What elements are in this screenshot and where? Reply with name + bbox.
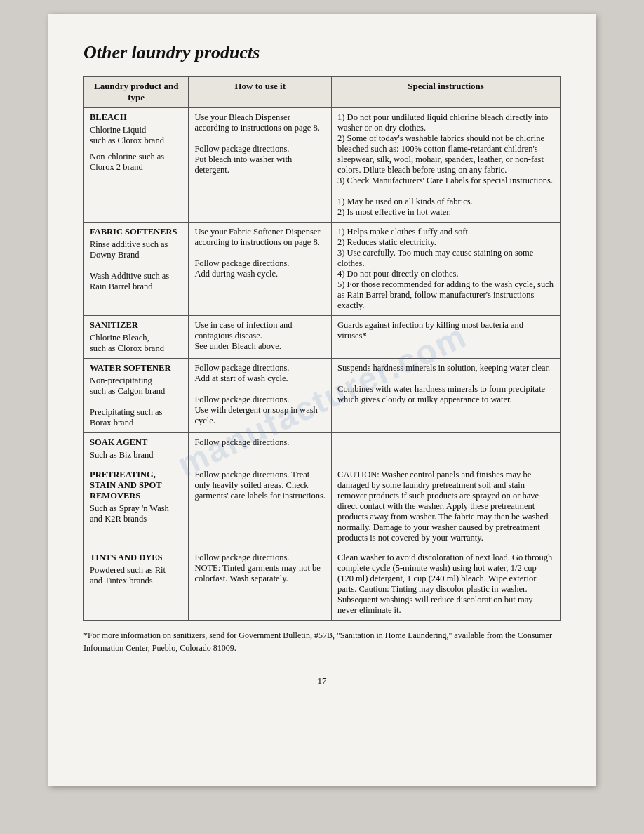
page-number: 17 xyxy=(83,675,561,687)
how-cell: Use your Bleach Dispenser according to i… xyxy=(189,108,332,223)
product-sub: Such as Spray 'n Wash and K2R brands xyxy=(90,503,182,524)
col-header-special: Special instructions xyxy=(332,77,561,108)
product-cell: WATER SOFTENERNon-precipitating such as … xyxy=(84,359,189,433)
special-cell: CAUTION: Washer control panels and finis… xyxy=(332,465,561,548)
footnote: *For more information on sanitizers, sen… xyxy=(83,629,561,654)
special-cell xyxy=(332,433,561,465)
product-cell: TINTS AND DYESPowdered such as Rit and T… xyxy=(84,548,189,621)
product-sub: Powdered such as Rit and Tintex brands xyxy=(90,565,182,586)
product-cell: FABRIC SOFTENERSRinse additive such as D… xyxy=(84,223,189,316)
special-cell: Clean washer to avoid discoloration of n… xyxy=(332,548,561,621)
page: manufacturer.com Other laundry products … xyxy=(48,14,596,786)
product-sub: Rinse additive such as Downy Brand Wash … xyxy=(90,239,182,292)
col-header-product: Laundry product and type xyxy=(84,77,189,108)
product-bold: SANITIZER xyxy=(90,320,138,330)
table-row: PRETREATING, STAIN AND SPOT REMOVERSSuch… xyxy=(84,465,561,548)
product-bold: BLEACH xyxy=(90,112,127,122)
product-bold: PRETREATING, STAIN AND SPOT REMOVERS xyxy=(90,470,161,501)
special-cell: 1) Helps make clothes fluffy and soft. 2… xyxy=(332,223,561,316)
product-bold: TINTS AND DYES xyxy=(90,552,163,562)
table-row: WATER SOFTENERNon-precipitating such as … xyxy=(84,359,561,433)
product-sub: Chlorine Liquid such as Clorox brand xyxy=(90,125,182,146)
page-title: Other laundry products xyxy=(83,42,561,63)
product-cell: PRETREATING, STAIN AND SPOT REMOVERSSuch… xyxy=(84,465,189,548)
table-row: FABRIC SOFTENERSRinse additive such as D… xyxy=(84,223,561,316)
how-cell: Follow package directions. Add at start … xyxy=(189,359,332,433)
product-sub: Non-precipitating such as Calgon brand P… xyxy=(90,376,182,428)
table-row: SOAK AGENTSuch as Biz brandFollow packag… xyxy=(84,433,561,465)
product-cell: SOAK AGENTSuch as Biz brand xyxy=(84,433,189,465)
table-row: SANITIZERChlorine Bleach, such as Clorox… xyxy=(84,316,561,359)
table-row: TINTS AND DYESPowdered such as Rit and T… xyxy=(84,548,561,621)
special-cell: Suspends hardness minerals in solution, … xyxy=(332,359,561,433)
product-cell: SANITIZERChlorine Bleach, such as Clorox… xyxy=(84,316,189,359)
laundry-table: Laundry product and type How to use it S… xyxy=(83,76,561,621)
how-cell: Follow package directions. Treat only he… xyxy=(189,465,332,548)
product-sub: Such as Biz brand xyxy=(90,450,182,461)
special-cell: Guards against infection by killing most… xyxy=(332,316,561,359)
how-cell: Use in case of infection and contagious … xyxy=(189,316,332,359)
col-header-how: How to use it xyxy=(189,77,332,108)
product-bold: WATER SOFTENER xyxy=(90,363,170,373)
how-cell: Use your Fabric Softener Dispenser accor… xyxy=(189,223,332,316)
product-sub: Chlorine Bleach, such as Clorox brand xyxy=(90,333,182,354)
table-row: BLEACHChlorine Liquid such as Clorox bra… xyxy=(84,108,561,223)
how-cell: Follow package directions. xyxy=(189,433,332,465)
special-cell: 1) Do not pour undiluted liquid chlorine… xyxy=(332,108,561,223)
how-cell: Follow package directions. NOTE: Tinted … xyxy=(189,548,332,621)
product-sub2: Non-chlorine such as Clorox 2 brand xyxy=(90,152,182,173)
product-bold: FABRIC SOFTENERS xyxy=(90,227,177,237)
product-bold: SOAK AGENT xyxy=(90,437,147,447)
product-cell: BLEACHChlorine Liquid such as Clorox bra… xyxy=(84,108,189,223)
